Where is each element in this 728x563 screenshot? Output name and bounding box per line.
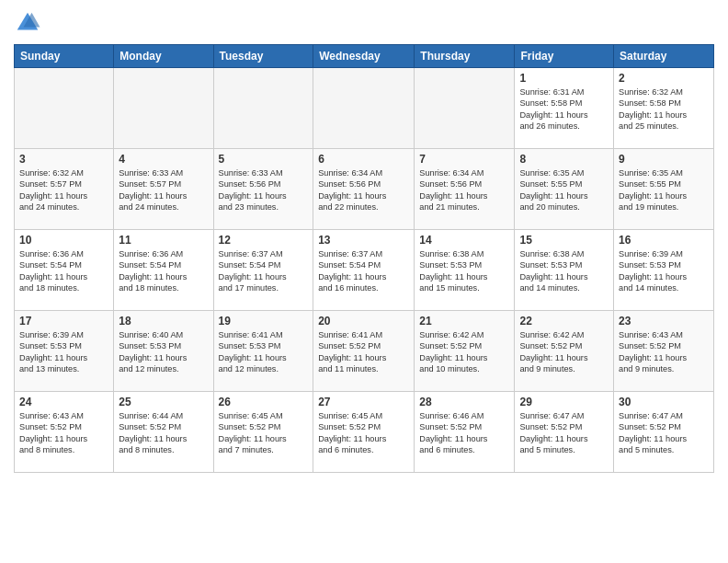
day-number: 22 [519,315,609,327]
calendar-cell: 9Sunrise: 6:35 AM Sunset: 5:55 PM Daylig… [614,149,714,230]
calendar-week-4: 17Sunrise: 6:39 AM Sunset: 5:53 PM Dayli… [15,311,714,392]
calendar-cell: 12Sunrise: 6:37 AM Sunset: 5:54 PM Dayli… [213,230,313,311]
day-info: Sunrise: 6:33 AM Sunset: 5:56 PM Dayligh… [219,167,309,213]
calendar-week-2: 3Sunrise: 6:32 AM Sunset: 5:57 PM Daylig… [15,149,714,230]
calendar-cell: 15Sunrise: 6:38 AM Sunset: 5:53 PM Dayli… [515,230,614,311]
calendar-week-5: 24Sunrise: 6:43 AM Sunset: 5:52 PM Dayli… [15,392,714,473]
day-number: 27 [318,396,409,408]
day-number: 16 [619,234,709,247]
calendar-header-row: SundayMondayTuesdayWednesdayThursdayFrid… [15,45,714,68]
day-number: 30 [619,396,709,408]
page: SundayMondayTuesdayWednesdayThursdayFrid… [0,0,728,563]
day-number: 20 [318,315,409,327]
calendar-cell: 3Sunrise: 6:32 AM Sunset: 5:57 PM Daylig… [15,149,114,230]
day-number: 14 [419,234,509,247]
day-header-sunday: Sunday [15,45,114,68]
day-info: Sunrise: 6:46 AM Sunset: 5:52 PM Dayligh… [419,410,509,456]
day-number: 29 [519,396,609,408]
calendar-week-3: 10Sunrise: 6:36 AM Sunset: 5:54 PM Dayli… [15,230,714,311]
calendar-cell: 8Sunrise: 6:35 AM Sunset: 5:55 PM Daylig… [515,149,614,230]
calendar-cell: 7Sunrise: 6:34 AM Sunset: 5:56 PM Daylig… [415,149,515,230]
day-info: Sunrise: 6:39 AM Sunset: 5:53 PM Dayligh… [619,248,709,294]
calendar-cell: 25Sunrise: 6:44 AM Sunset: 5:52 PM Dayli… [114,392,213,473]
calendar-cell: 22Sunrise: 6:42 AM Sunset: 5:52 PM Dayli… [515,311,614,392]
calendar-cell: 6Sunrise: 6:34 AM Sunset: 5:56 PM Daylig… [313,149,415,230]
day-header-wednesday: Wednesday [313,45,415,68]
day-info: Sunrise: 6:40 AM Sunset: 5:53 PM Dayligh… [119,329,208,375]
day-number: 11 [119,234,208,247]
day-number: 4 [119,153,208,166]
day-number: 18 [119,315,208,327]
day-number: 23 [619,315,709,327]
calendar-cell [415,68,515,149]
calendar-cell: 28Sunrise: 6:46 AM Sunset: 5:52 PM Dayli… [415,392,515,473]
calendar-cell: 11Sunrise: 6:36 AM Sunset: 5:54 PM Dayli… [114,230,213,311]
calendar-cell: 13Sunrise: 6:37 AM Sunset: 5:54 PM Dayli… [313,230,415,311]
day-header-friday: Friday [515,45,614,68]
calendar-cell: 27Sunrise: 6:45 AM Sunset: 5:52 PM Dayli… [313,392,415,473]
calendar-cell: 20Sunrise: 6:41 AM Sunset: 5:52 PM Dayli… [313,311,415,392]
day-number: 15 [519,234,609,247]
header [14,9,714,37]
calendar-cell: 5Sunrise: 6:33 AM Sunset: 5:56 PM Daylig… [213,149,313,230]
day-info: Sunrise: 6:36 AM Sunset: 5:54 PM Dayligh… [119,248,208,294]
day-header-thursday: Thursday [415,45,515,68]
day-info: Sunrise: 6:37 AM Sunset: 5:54 PM Dayligh… [219,248,309,294]
day-info: Sunrise: 6:32 AM Sunset: 5:57 PM Dayligh… [19,167,108,213]
day-info: Sunrise: 6:38 AM Sunset: 5:53 PM Dayligh… [419,248,509,294]
calendar-cell [213,68,313,149]
day-info: Sunrise: 6:45 AM Sunset: 5:52 PM Dayligh… [318,410,409,456]
calendar-cell: 2Sunrise: 6:32 AM Sunset: 5:58 PM Daylig… [614,68,714,149]
calendar-cell: 29Sunrise: 6:47 AM Sunset: 5:52 PM Dayli… [515,392,614,473]
day-info: Sunrise: 6:44 AM Sunset: 5:52 PM Dayligh… [119,410,208,456]
calendar-table: SundayMondayTuesdayWednesdayThursdayFrid… [14,44,714,473]
day-info: Sunrise: 6:36 AM Sunset: 5:54 PM Dayligh… [19,248,108,294]
day-number: 13 [318,234,409,247]
calendar-cell: 16Sunrise: 6:39 AM Sunset: 5:53 PM Dayli… [614,230,714,311]
day-info: Sunrise: 6:41 AM Sunset: 5:52 PM Dayligh… [318,329,409,375]
calendar-cell: 21Sunrise: 6:42 AM Sunset: 5:52 PM Dayli… [415,311,515,392]
calendar-cell: 4Sunrise: 6:33 AM Sunset: 5:57 PM Daylig… [114,149,213,230]
day-info: Sunrise: 6:41 AM Sunset: 5:53 PM Dayligh… [219,329,309,375]
day-number: 25 [119,396,208,408]
day-info: Sunrise: 6:43 AM Sunset: 5:52 PM Dayligh… [619,329,709,375]
day-number: 17 [19,315,108,327]
day-info: Sunrise: 6:45 AM Sunset: 5:52 PM Dayligh… [219,410,309,456]
day-info: Sunrise: 6:35 AM Sunset: 5:55 PM Dayligh… [519,167,609,213]
day-info: Sunrise: 6:42 AM Sunset: 5:52 PM Dayligh… [419,329,509,375]
day-info: Sunrise: 6:43 AM Sunset: 5:52 PM Dayligh… [19,410,108,456]
calendar-cell: 30Sunrise: 6:47 AM Sunset: 5:52 PM Dayli… [614,392,714,473]
day-info: Sunrise: 6:37 AM Sunset: 5:54 PM Dayligh… [318,248,409,294]
day-number: 1 [519,72,609,85]
day-number: 5 [219,153,309,166]
calendar-cell [15,68,114,149]
calendar-cell: 18Sunrise: 6:40 AM Sunset: 5:53 PM Dayli… [114,311,213,392]
day-info: Sunrise: 6:38 AM Sunset: 5:53 PM Dayligh… [519,248,609,294]
day-number: 12 [219,234,309,247]
day-number: 2 [619,72,709,85]
day-number: 9 [619,153,709,166]
day-number: 28 [419,396,509,408]
day-info: Sunrise: 6:35 AM Sunset: 5:55 PM Dayligh… [619,167,709,213]
day-number: 3 [19,153,108,166]
day-number: 6 [318,153,409,166]
day-header-tuesday: Tuesday [213,45,313,68]
calendar-cell [114,68,213,149]
day-info: Sunrise: 6:47 AM Sunset: 5:52 PM Dayligh… [519,410,609,456]
calendar-cell: 19Sunrise: 6:41 AM Sunset: 5:53 PM Dayli… [213,311,313,392]
calendar-cell: 24Sunrise: 6:43 AM Sunset: 5:52 PM Dayli… [15,392,114,473]
logo [14,9,45,37]
day-info: Sunrise: 6:39 AM Sunset: 5:53 PM Dayligh… [19,329,108,375]
calendar-cell: 10Sunrise: 6:36 AM Sunset: 5:54 PM Dayli… [15,230,114,311]
day-info: Sunrise: 6:31 AM Sunset: 5:58 PM Dayligh… [519,86,609,132]
day-header-monday: Monday [114,45,213,68]
day-header-saturday: Saturday [614,45,714,68]
day-number: 26 [219,396,309,408]
day-number: 24 [19,396,108,408]
day-number: 8 [519,153,609,166]
calendar-cell: 14Sunrise: 6:38 AM Sunset: 5:53 PM Dayli… [415,230,515,311]
day-info: Sunrise: 6:42 AM Sunset: 5:52 PM Dayligh… [519,329,609,375]
day-number: 19 [219,315,309,327]
day-info: Sunrise: 6:34 AM Sunset: 5:56 PM Dayligh… [318,167,409,213]
day-info: Sunrise: 6:34 AM Sunset: 5:56 PM Dayligh… [419,167,509,213]
